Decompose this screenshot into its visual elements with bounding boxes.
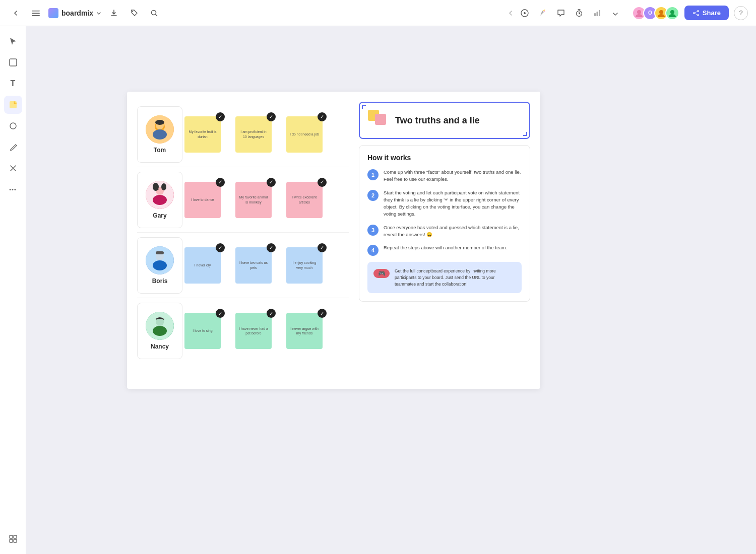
svg-rect-23 bbox=[14, 539, 17, 542]
person-avatar-gary bbox=[146, 181, 174, 209]
person-card-tom[interactable]: Tom bbox=[137, 106, 182, 163]
sidebar-tool-sticky[interactable] bbox=[4, 96, 22, 114]
persons-area: Tom✓My favorite fruit is durian✓I am pro… bbox=[137, 102, 349, 379]
celebration-button[interactable] bbox=[535, 6, 550, 21]
svg-point-11 bbox=[637, 10, 641, 14]
sticky-note[interactable]: ✓I never argue with my friends bbox=[286, 313, 323, 349]
svg-point-31 bbox=[153, 195, 167, 205]
help-button[interactable]: ? bbox=[734, 6, 748, 20]
sticky-note[interactable]: ✓I love to sing bbox=[184, 313, 221, 349]
sticky-text: I never argue with my friends bbox=[289, 326, 320, 335]
sidebar-tool-shape[interactable] bbox=[4, 117, 22, 135]
sticky-check-icon: ✓ bbox=[318, 178, 327, 187]
svg-point-3 bbox=[132, 11, 133, 12]
person-name-nancy: Nancy bbox=[151, 343, 169, 350]
svg-rect-1 bbox=[32, 13, 40, 14]
step: 3Once everyone has voted and guessed whi… bbox=[367, 224, 522, 239]
person-row: Nancy✓I love to sing✓I have never had a … bbox=[137, 298, 349, 364]
chart-button[interactable] bbox=[590, 6, 605, 21]
svg-point-12 bbox=[659, 10, 663, 14]
canvas[interactable]: Tom✓My favorite fruit is durian✓I am pro… bbox=[26, 26, 756, 554]
sticky-text: I have two cats as pets bbox=[238, 260, 269, 269]
sticky-note[interactable]: ✓I never cry bbox=[184, 247, 221, 284]
svg-point-38 bbox=[153, 260, 167, 270]
sidebar-tool-pen[interactable] bbox=[4, 138, 22, 156]
menu-button[interactable] bbox=[28, 6, 43, 21]
sticky-text: I am proficient in 10 languages bbox=[238, 129, 269, 138]
sticky-text: I have never had a pet before bbox=[238, 326, 269, 335]
promo-icon bbox=[373, 269, 390, 278]
person-card-boris[interactable]: Boris bbox=[137, 237, 182, 294]
download-button[interactable] bbox=[106, 6, 121, 21]
person-avatar-boris bbox=[146, 246, 174, 274]
sticky-note[interactable]: ✓I do not need a job bbox=[286, 116, 323, 153]
sidebar-tool-more[interactable]: ••• bbox=[4, 180, 22, 198]
more-options-button[interactable] bbox=[608, 6, 623, 21]
person-name-tom: Tom bbox=[154, 147, 166, 154]
brand-name: boardmix bbox=[61, 9, 93, 17]
sticky-check-icon: ✓ bbox=[318, 112, 327, 121]
tag-button[interactable] bbox=[127, 6, 142, 21]
steps-container: 1Come up with three "facts" about yourse… bbox=[367, 169, 522, 256]
person-avatar-nancy bbox=[146, 312, 174, 340]
promo-banner: Get the full conceptboard experience by … bbox=[367, 262, 522, 293]
sticky-note[interactable]: ✓I enjoy cooking very much bbox=[286, 247, 323, 284]
sidebar-tool-grid[interactable] bbox=[4, 530, 22, 548]
sticky-note[interactable]: ✓I am proficient in 10 languages bbox=[235, 116, 272, 153]
step-number: 1 bbox=[367, 169, 379, 180]
timer-button[interactable] bbox=[572, 6, 587, 21]
svg-rect-22 bbox=[10, 539, 13, 542]
sticky-check-icon: ✓ bbox=[216, 178, 225, 187]
sticky-note[interactable]: ✓I have never had a pet before bbox=[235, 313, 272, 349]
back-button[interactable] bbox=[8, 6, 23, 21]
step-text: Come up with three "facts" about yoursel… bbox=[384, 169, 522, 183]
step-number: 2 bbox=[367, 190, 379, 201]
search-button[interactable] bbox=[147, 6, 162, 21]
step-text: Repeat the steps above with another memb… bbox=[384, 244, 507, 251]
title-card: Two truths and a lie bbox=[359, 102, 530, 139]
promo-text: Get the full conceptboard experience by … bbox=[395, 268, 516, 287]
notes-group-nancy: ✓I love to sing✓I have never had a pet b… bbox=[184, 313, 349, 349]
sticky-note[interactable]: ✓I write excellent articles bbox=[286, 182, 323, 218]
sticky-text: I write excellent articles bbox=[289, 195, 320, 204]
left-sidebar: T ••• bbox=[0, 26, 26, 554]
notes-group-tom: ✓My favorite fruit is durian✓I am profic… bbox=[184, 116, 349, 153]
sticky-note[interactable]: ✓My favorite fruit is durian bbox=[184, 116, 221, 153]
sticky-note[interactable]: ✓My favorite animal is monkey bbox=[235, 182, 272, 218]
board: Tom✓My favorite fruit is durian✓I am pro… bbox=[127, 92, 540, 389]
sticky-text: I love to sing bbox=[193, 328, 212, 333]
sticky-check-icon: ✓ bbox=[267, 178, 276, 187]
sticky-check-icon: ✓ bbox=[318, 243, 327, 252]
sticky-check-icon: ✓ bbox=[318, 309, 327, 318]
play-button[interactable] bbox=[517, 6, 532, 21]
svg-rect-18 bbox=[10, 101, 17, 108]
step: 1Come up with three "facts" about yourse… bbox=[367, 169, 522, 183]
notes-group-gary: ✓I love to dance✓My favorite animal is m… bbox=[184, 182, 349, 218]
comment-button[interactable] bbox=[553, 6, 569, 21]
svg-point-15 bbox=[693, 12, 695, 14]
toolbar-left: boardmix bbox=[8, 6, 162, 21]
sticky-check-icon: ✓ bbox=[216, 243, 225, 252]
person-card-gary[interactable]: Gary bbox=[137, 172, 182, 228]
sidebar-tool-cursor[interactable] bbox=[4, 32, 22, 50]
toolbar-right: O Share ? bbox=[507, 6, 748, 21]
sidebar-tool-connector[interactable] bbox=[4, 159, 22, 177]
sticky-check-icon: ✓ bbox=[216, 309, 225, 318]
sticky-note[interactable]: ✓I have two cats as pets bbox=[235, 247, 272, 284]
sticky-text: I never cry bbox=[195, 263, 211, 267]
share-button[interactable]: Share bbox=[684, 6, 729, 20]
person-card-nancy[interactable]: Nancy bbox=[137, 303, 182, 359]
svg-point-19 bbox=[10, 123, 16, 129]
brand-logo[interactable]: boardmix bbox=[48, 8, 101, 18]
sticky-text: My favorite animal is monkey bbox=[238, 195, 269, 204]
svg-point-13 bbox=[670, 10, 674, 14]
step-text: Start the voting and let each participan… bbox=[384, 189, 522, 218]
avatar-stack: O bbox=[632, 6, 679, 20]
svg-point-16 bbox=[697, 14, 699, 16]
svg-rect-0 bbox=[32, 11, 40, 12]
svg-rect-8 bbox=[594, 13, 596, 16]
sidebar-tool-frame[interactable] bbox=[4, 53, 22, 72]
chevron-left-icon bbox=[507, 10, 514, 17]
sticky-note[interactable]: ✓I love to dance bbox=[184, 182, 221, 218]
sidebar-tool-text[interactable]: T bbox=[4, 75, 22, 93]
